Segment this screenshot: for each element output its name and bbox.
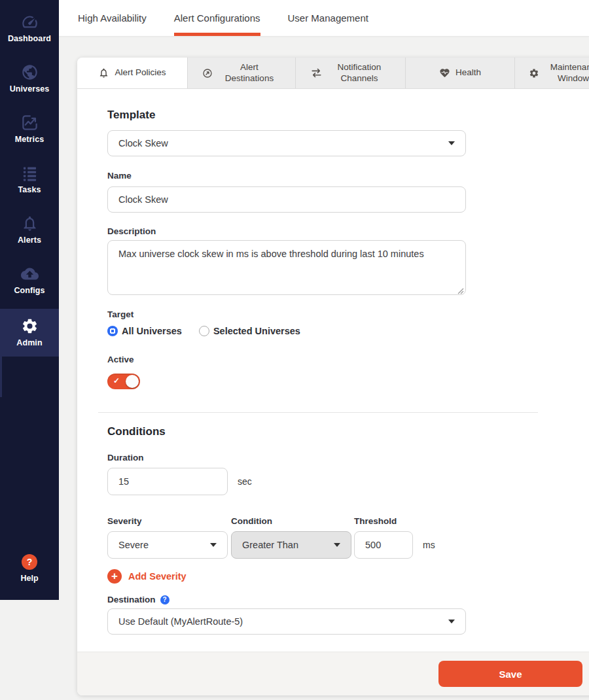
- active-label: Active: [107, 355, 589, 364]
- form-footer: Save: [77, 652, 589, 695]
- template-select-value: Clock Skew: [118, 138, 443, 149]
- tab-alert-destinations[interactable]: Alert Destinations: [188, 58, 296, 88]
- sidebar-item-label: Admin: [16, 338, 42, 347]
- template-select[interactable]: Clock Skew: [107, 130, 466, 156]
- chevron-down-icon: [448, 141, 455, 145]
- duration-field[interactable]: [107, 468, 228, 495]
- sidebar-item-tasks[interactable]: Tasks: [0, 158, 59, 201]
- radio-label: Selected Universes: [213, 326, 300, 336]
- name-label: Name: [107, 171, 589, 181]
- gear-icon: [529, 68, 539, 79]
- alert-config-subtabs: Alert Policies Alert Destinations Notifi…: [77, 58, 589, 89]
- sidebar-item-alerts[interactable]: Alerts: [0, 208, 59, 251]
- threshold-field[interactable]: [354, 531, 413, 559]
- tasks-list-icon: [21, 164, 39, 182]
- tab-health[interactable]: Health: [406, 58, 515, 88]
- sidebar-item-label: Universes: [10, 84, 50, 94]
- toggle-knob: [126, 375, 139, 388]
- sidebar-item-help[interactable]: ? Help: [0, 554, 59, 583]
- bell-icon: [98, 67, 109, 79]
- check-icon: ✓: [113, 376, 120, 385]
- sidebar-selected-strip: [0, 357, 2, 397]
- arrows-swap-icon: [310, 67, 323, 79]
- sidebar-item-label: Alerts: [18, 236, 41, 245]
- sidebar-item-label: Tasks: [18, 185, 41, 194]
- radio-unselected-icon: [199, 326, 209, 336]
- alert-configuration-card: Alert Policies Alert Destinations Notifi…: [77, 58, 589, 695]
- tab-notification-channels[interactable]: Notification Channels: [296, 58, 406, 88]
- tab-user-management[interactable]: User Management: [288, 0, 368, 36]
- subtab-label: Notification Channels: [328, 62, 391, 84]
- tab-alert-policies[interactable]: Alert Policies: [77, 58, 188, 89]
- sidebar-item-dashboard[interactable]: Dashboard: [0, 7, 59, 50]
- threshold-label: Threshold: [354, 516, 397, 526]
- help-tooltip-icon[interactable]: ?: [160, 595, 170, 604]
- heart-pulse-icon: [439, 67, 450, 79]
- alert-policy-form: Template Clock Skew Name Description Max…: [77, 89, 589, 652]
- description-field[interactable]: Max universe clock skew in ms is above t…: [107, 240, 466, 295]
- metrics-chart-icon: [21, 114, 39, 131]
- target-label: Target: [107, 309, 589, 319]
- sidebar-item-configs[interactable]: Configs: [0, 258, 59, 302]
- radio-label: All Universes: [122, 326, 182, 336]
- sidebar-item-label: Configs: [14, 286, 45, 295]
- subtab-label: Health: [455, 67, 481, 79]
- chevron-down-icon: [210, 543, 217, 547]
- add-severity-label: Add Severity: [128, 571, 187, 582]
- severity-select-value: Severe: [118, 540, 205, 550]
- sidebar-item-label: Metrics: [15, 135, 44, 144]
- destination-label: Destination: [107, 595, 156, 604]
- sidebar-item-admin[interactable]: Admin: [0, 309, 59, 357]
- threshold-unit: ms: [423, 540, 435, 550]
- subtab-label: Alert Destinations: [218, 62, 281, 84]
- tab-high-availability[interactable]: High Availability: [78, 0, 147, 36]
- add-severity-button[interactable]: + Add Severity: [107, 569, 589, 584]
- destination-select[interactable]: Use Default (MyAlertRoute-5): [107, 608, 466, 635]
- gear-icon: [21, 317, 39, 335]
- cloud-upload-icon: [21, 265, 39, 283]
- section-divider: [98, 412, 538, 413]
- conditions-heading: Conditions: [107, 425, 589, 438]
- duration-label: Duration: [107, 453, 589, 463]
- radio-all-universes[interactable]: All Universes: [107, 326, 182, 336]
- severity-label: Severity: [107, 516, 231, 526]
- radio-selected-icon: [107, 326, 118, 336]
- bell-icon: [21, 215, 39, 232]
- duration-unit: sec: [238, 476, 252, 487]
- active-toggle[interactable]: ✓: [107, 374, 140, 389]
- condition-label: Condition: [231, 516, 354, 526]
- condition-select-value: Greater Than: [242, 540, 329, 550]
- subtab-label: Alert Policies: [115, 67, 166, 79]
- save-button[interactable]: Save: [438, 661, 582, 687]
- description-label: Description: [107, 226, 589, 236]
- template-heading: Template: [107, 109, 589, 122]
- tab-maintenance-windows[interactable]: Maintenance Windows: [515, 58, 589, 88]
- chevron-down-icon: [334, 543, 340, 547]
- sidebar: Dashboard Universes Metrics Tasks Alerts…: [0, 0, 59, 600]
- name-field[interactable]: [107, 186, 466, 213]
- subtab-label: Maintenance Windows: [544, 62, 589, 84]
- radio-selected-universes[interactable]: Selected Universes: [199, 326, 300, 336]
- tab-alert-configurations[interactable]: Alert Configurations: [174, 0, 260, 36]
- send-circle-icon: [202, 68, 213, 79]
- dashboard-gauge-icon: [21, 13, 39, 31]
- plus-circle-icon: +: [107, 569, 122, 584]
- sidebar-item-universes[interactable]: Universes: [0, 57, 59, 100]
- destination-select-value: Use Default (MyAlertRoute-5): [118, 616, 443, 627]
- severity-select[interactable]: Severe: [107, 531, 228, 559]
- question-circle-icon: ?: [22, 554, 37, 570]
- sidebar-item-label: Help: [20, 574, 38, 583]
- globe-icon: [21, 63, 39, 81]
- condition-select: Greater Than: [231, 531, 351, 559]
- sidebar-item-metrics[interactable]: Metrics: [0, 107, 59, 150]
- top-tab-bar: High Availability Alert Configurations U…: [59, 0, 589, 36]
- chevron-down-icon: [448, 620, 455, 623]
- sidebar-item-label: Dashboard: [8, 34, 51, 43]
